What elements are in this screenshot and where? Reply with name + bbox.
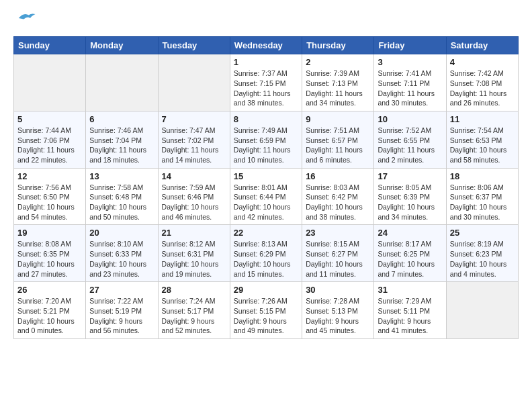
day-info: Sunrise: 7:37 AM Sunset: 7:15 PM Dayligh… [234, 68, 298, 108]
calendar-cell: 9Sunrise: 7:51 AM Sunset: 6:57 PM Daylig… [302, 111, 374, 168]
calendar-cell: 3Sunrise: 7:41 AM Sunset: 7:11 PM Daylig… [374, 54, 446, 111]
day-number: 8 [234, 114, 298, 124]
calendar-week-row: 26Sunrise: 7:20 AM Sunset: 5:21 PM Dayli… [14, 282, 519, 339]
column-header-monday: Monday [86, 37, 158, 54]
day-info: Sunrise: 7:26 AM Sunset: 5:15 PM Dayligh… [234, 296, 298, 336]
day-info: Sunrise: 7:28 AM Sunset: 5:13 PM Dayligh… [306, 296, 370, 336]
calendar-cell: 24Sunrise: 8:17 AM Sunset: 6:25 PM Dayli… [374, 225, 446, 282]
day-number: 26 [17, 285, 82, 295]
calendar-cell: 17Sunrise: 8:05 AM Sunset: 6:39 PM Dayli… [374, 168, 446, 225]
logo [13, 13, 36, 30]
day-number: 17 [378, 171, 442, 181]
day-number: 25 [450, 228, 515, 238]
day-number: 13 [89, 171, 154, 181]
calendar-cell: 20Sunrise: 8:10 AM Sunset: 6:33 PM Dayli… [86, 225, 158, 282]
day-info: Sunrise: 7:24 AM Sunset: 5:17 PM Dayligh… [162, 296, 226, 336]
day-number: 12 [17, 171, 82, 181]
day-number: 10 [378, 114, 442, 124]
day-number: 19 [17, 228, 82, 238]
day-number: 14 [162, 171, 226, 181]
day-number: 1 [234, 57, 298, 67]
day-info: Sunrise: 8:12 AM Sunset: 6:31 PM Dayligh… [162, 239, 226, 279]
calendar-cell: 30Sunrise: 7:28 AM Sunset: 5:13 PM Dayli… [302, 282, 374, 339]
calendar-cell: 22Sunrise: 8:13 AM Sunset: 6:29 PM Dayli… [230, 225, 302, 282]
column-header-friday: Friday [374, 37, 446, 54]
calendar-cell: 13Sunrise: 7:58 AM Sunset: 6:48 PM Dayli… [86, 168, 158, 225]
day-info: Sunrise: 8:19 AM Sunset: 6:23 PM Dayligh… [450, 239, 515, 279]
calendar-cell: 29Sunrise: 7:26 AM Sunset: 5:15 PM Dayli… [230, 282, 302, 339]
day-info: Sunrise: 7:46 AM Sunset: 7:04 PM Dayligh… [89, 126, 154, 165]
column-header-saturday: Saturday [446, 37, 518, 54]
day-number: 29 [234, 285, 298, 295]
day-number: 23 [306, 228, 370, 238]
calendar-cell [158, 54, 230, 111]
day-info: Sunrise: 8:05 AM Sunset: 6:39 PM Dayligh… [378, 183, 442, 222]
calendar-cell: 12Sunrise: 7:56 AM Sunset: 6:50 PM Dayli… [14, 168, 86, 225]
column-header-tuesday: Tuesday [158, 37, 230, 54]
day-info: Sunrise: 7:56 AM Sunset: 6:50 PM Dayligh… [17, 183, 82, 222]
calendar-cell: 28Sunrise: 7:24 AM Sunset: 5:17 PM Dayli… [158, 282, 230, 339]
calendar-cell: 26Sunrise: 7:20 AM Sunset: 5:21 PM Dayli… [14, 282, 86, 339]
calendar-cell: 21Sunrise: 8:12 AM Sunset: 6:31 PM Dayli… [158, 225, 230, 282]
day-info: Sunrise: 8:03 AM Sunset: 6:42 PM Dayligh… [306, 183, 370, 222]
calendar-week-row: 5Sunrise: 7:44 AM Sunset: 7:06 PM Daylig… [14, 111, 519, 168]
day-number: 5 [17, 114, 82, 124]
day-info: Sunrise: 8:13 AM Sunset: 6:29 PM Dayligh… [234, 239, 298, 279]
day-number: 31 [378, 285, 442, 295]
calendar-week-row: 19Sunrise: 8:08 AM Sunset: 6:35 PM Dayli… [14, 225, 519, 282]
day-info: Sunrise: 7:41 AM Sunset: 7:11 PM Dayligh… [378, 68, 442, 108]
calendar-cell: 8Sunrise: 7:49 AM Sunset: 6:59 PM Daylig… [230, 111, 302, 168]
calendar-cell: 6Sunrise: 7:46 AM Sunset: 7:04 PM Daylig… [86, 111, 158, 168]
calendar-week-row: 12Sunrise: 7:56 AM Sunset: 6:50 PM Dayli… [14, 168, 519, 225]
calendar-header-row: SundayMondayTuesdayWednesdayThursdayFrid… [14, 37, 519, 54]
day-info: Sunrise: 8:15 AM Sunset: 6:27 PM Dayligh… [306, 239, 370, 279]
calendar-cell: 14Sunrise: 7:59 AM Sunset: 6:46 PM Dayli… [158, 168, 230, 225]
day-number: 2 [306, 57, 370, 67]
day-number: 11 [450, 114, 515, 124]
day-number: 24 [378, 228, 442, 238]
day-info: Sunrise: 8:10 AM Sunset: 6:33 PM Dayligh… [89, 239, 154, 279]
calendar-cell: 15Sunrise: 8:01 AM Sunset: 6:44 PM Dayli… [230, 168, 302, 225]
day-info: Sunrise: 8:01 AM Sunset: 6:44 PM Dayligh… [234, 183, 298, 222]
column-header-wednesday: Wednesday [230, 37, 302, 54]
day-number: 21 [162, 228, 226, 238]
day-info: Sunrise: 8:08 AM Sunset: 6:35 PM Dayligh… [17, 239, 82, 279]
column-header-thursday: Thursday [302, 37, 374, 54]
day-number: 20 [89, 228, 154, 238]
calendar-cell: 31Sunrise: 7:29 AM Sunset: 5:11 PM Dayli… [374, 282, 446, 339]
page-header [13, 13, 519, 30]
calendar-cell: 4Sunrise: 7:42 AM Sunset: 7:08 PM Daylig… [446, 54, 518, 111]
calendar-week-row: 1Sunrise: 7:37 AM Sunset: 7:15 PM Daylig… [14, 54, 519, 111]
calendar-cell [446, 282, 518, 339]
day-number: 30 [306, 285, 370, 295]
calendar-cell: 18Sunrise: 8:06 AM Sunset: 6:37 PM Dayli… [446, 168, 518, 225]
day-number: 9 [306, 114, 370, 124]
day-number: 18 [450, 171, 515, 181]
calendar-cell: 7Sunrise: 7:47 AM Sunset: 7:02 PM Daylig… [158, 111, 230, 168]
calendar-cell: 5Sunrise: 7:44 AM Sunset: 7:06 PM Daylig… [14, 111, 86, 168]
day-info: Sunrise: 7:54 AM Sunset: 6:53 PM Dayligh… [450, 126, 515, 165]
day-info: Sunrise: 7:49 AM Sunset: 6:59 PM Dayligh… [234, 126, 298, 165]
calendar-cell [86, 54, 158, 111]
day-info: Sunrise: 7:58 AM Sunset: 6:48 PM Dayligh… [89, 183, 154, 222]
calendar-cell: 10Sunrise: 7:52 AM Sunset: 6:55 PM Dayli… [374, 111, 446, 168]
day-info: Sunrise: 7:44 AM Sunset: 7:06 PM Dayligh… [17, 126, 82, 165]
calendar-cell: 1Sunrise: 7:37 AM Sunset: 7:15 PM Daylig… [230, 54, 302, 111]
calendar-cell: 16Sunrise: 8:03 AM Sunset: 6:42 PM Dayli… [302, 168, 374, 225]
day-number: 6 [89, 114, 154, 124]
calendar-table: SundayMondayTuesdayWednesdayThursdayFrid… [13, 36, 519, 339]
day-number: 27 [89, 285, 154, 295]
calendar-cell: 23Sunrise: 8:15 AM Sunset: 6:27 PM Dayli… [302, 225, 374, 282]
day-info: Sunrise: 7:59 AM Sunset: 6:46 PM Dayligh… [162, 183, 226, 222]
day-number: 16 [306, 171, 370, 181]
calendar-cell: 2Sunrise: 7:39 AM Sunset: 7:13 PM Daylig… [302, 54, 374, 111]
day-info: Sunrise: 7:51 AM Sunset: 6:57 PM Dayligh… [306, 126, 370, 165]
day-number: 22 [234, 228, 298, 238]
day-info: Sunrise: 8:06 AM Sunset: 6:37 PM Dayligh… [450, 183, 515, 222]
day-info: Sunrise: 7:42 AM Sunset: 7:08 PM Dayligh… [450, 68, 515, 108]
day-info: Sunrise: 7:47 AM Sunset: 7:02 PM Dayligh… [162, 126, 226, 165]
calendar-cell: 27Sunrise: 7:22 AM Sunset: 5:19 PM Dayli… [86, 282, 158, 339]
day-info: Sunrise: 7:52 AM Sunset: 6:55 PM Dayligh… [378, 126, 442, 165]
day-number: 4 [450, 57, 515, 67]
day-info: Sunrise: 7:29 AM Sunset: 5:11 PM Dayligh… [378, 296, 442, 336]
